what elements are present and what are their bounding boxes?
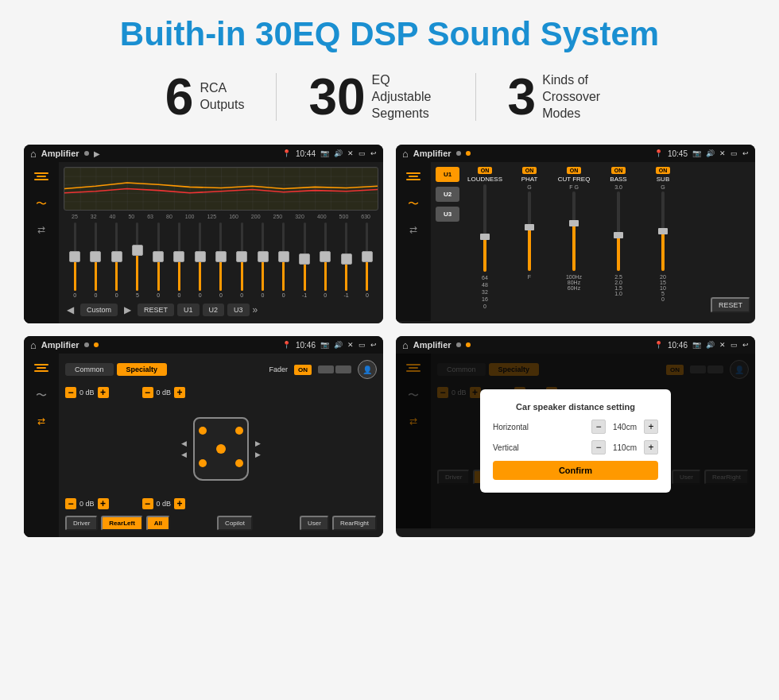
eq-u3-button[interactable]: U3 xyxy=(227,304,250,316)
sub-slider[interactable] xyxy=(661,191,665,271)
page-title: Buith-in 30EQ DSP Sound System xyxy=(24,16,755,52)
sidebar-eq-icon[interactable] xyxy=(30,168,52,184)
window-icon[interactable]: ▭ xyxy=(358,149,366,157)
play-icon[interactable]: ▶ xyxy=(94,149,100,158)
fader-sidebar-arrows-icon[interactable]: ⇄ xyxy=(37,416,45,427)
vol-fl-minus[interactable]: − xyxy=(65,387,76,398)
dialog-overlay: Car speaker distance setting Horizontal … xyxy=(396,354,755,528)
volume-icon[interactable]: 🔊 xyxy=(334,149,343,157)
sidebar-wave-icon[interactable]: 〜 xyxy=(36,197,47,211)
vertical-minus-button[interactable]: − xyxy=(591,440,606,454)
fader-tab-specialty[interactable]: Specialty xyxy=(117,363,168,376)
eq-band-6[interactable]: 0 xyxy=(193,222,207,298)
vol-rr-minus[interactable]: − xyxy=(142,498,153,509)
cross-sidebar-arrows-icon[interactable]: ⇄ xyxy=(409,224,417,235)
eq-band-7[interactable]: 0 xyxy=(214,222,228,298)
loudness-slider[interactable] xyxy=(483,184,486,272)
dist-window-icon[interactable]: ▭ xyxy=(731,341,738,349)
sidebar-arrows-icon[interactable]: ⇄ xyxy=(37,224,45,235)
eq-band-12[interactable]: 0 xyxy=(318,222,332,298)
cross-preset-u3[interactable]: U3 xyxy=(436,207,459,222)
eq-band-2[interactable]: 0 xyxy=(110,222,124,298)
eq-band-13[interactable]: -1 xyxy=(339,222,354,298)
dist-topbar: ⌂ Amplifier 📍 10:46 📷 🔊 ✕ ▭ ↩ xyxy=(396,336,755,354)
fader-tab-common[interactable]: Common xyxy=(65,363,114,376)
horizontal-minus-button[interactable]: − xyxy=(591,420,606,434)
phat-on-badge[interactable]: ON xyxy=(522,167,537,174)
speaker-center xyxy=(216,444,226,454)
fader-sidebar-wave-icon[interactable]: 〜 xyxy=(36,389,47,403)
fader-rearright-button[interactable]: RearRight xyxy=(332,516,377,531)
eq-band-14[interactable]: 0 xyxy=(360,222,374,298)
vol-rr-plus[interactable]: + xyxy=(174,498,185,509)
eq-band-0[interactable]: 0 xyxy=(68,222,82,298)
fader-window-icon[interactable]: ▭ xyxy=(358,341,366,349)
vol-fl-plus[interactable]: + xyxy=(98,387,109,398)
fader-on-toggle[interactable]: ON xyxy=(294,365,312,375)
eq-band-5[interactable]: 0 xyxy=(172,222,186,298)
fader-copilot-button[interactable]: Copilot xyxy=(217,516,253,531)
vol-rl-minus[interactable]: − xyxy=(65,498,76,509)
eq-band-1[interactable]: 0 xyxy=(88,222,103,298)
eq-band-4[interactable]: 0 xyxy=(151,222,165,298)
confirm-button[interactable]: Confirm xyxy=(493,461,658,480)
eq-reset-button[interactable]: RESET xyxy=(138,304,174,316)
fader-back-icon[interactable]: ↩ xyxy=(370,341,377,349)
eq-band-10[interactable]: 0 xyxy=(277,222,291,298)
fader-all-button[interactable]: All xyxy=(146,516,170,531)
bass-slider[interactable] xyxy=(617,191,620,271)
cutfreq-on-badge[interactable]: ON xyxy=(567,167,582,174)
cross-reset-button[interactable]: RESET xyxy=(711,297,750,313)
profile-icon[interactable]: 👤 xyxy=(358,360,377,379)
fader-home-icon[interactable]: ⌂ xyxy=(30,339,37,351)
cross-sidebar-wave-icon[interactable]: 〜 xyxy=(408,197,419,211)
cross-channel-cutfreq: ON CUT FREQ F G 100Hz80Hz60Hz xyxy=(553,167,595,316)
eq-band-8[interactable]: 0 xyxy=(234,222,249,298)
eq-prev-button[interactable]: ◀ xyxy=(64,303,77,317)
eq-custom-button[interactable]: Custom xyxy=(80,304,118,316)
cross-back-icon[interactable]: ↩ xyxy=(742,149,749,157)
eq-play-button[interactable]: ▶ xyxy=(121,303,134,317)
cross-volume-icon[interactable]: 🔊 xyxy=(706,149,715,157)
dist-home-icon[interactable]: ⌂ xyxy=(402,339,409,351)
loudness-on-badge[interactable]: ON xyxy=(478,167,493,174)
vol-control-rr: − 0 dB + xyxy=(142,498,186,509)
fader-volume-icon[interactable]: 🔊 xyxy=(334,341,343,349)
back-icon-1[interactable]: ↩ xyxy=(370,149,377,157)
vertical-plus-button[interactable]: + xyxy=(644,440,658,454)
cross-home-icon[interactable]: ⌂ xyxy=(402,148,409,160)
dist-volume-icon[interactable]: 🔊 xyxy=(706,341,715,349)
cross-close-icon[interactable]: ✕ xyxy=(719,149,726,157)
eq-band-3[interactable]: 5 xyxy=(130,222,145,298)
vol-fr-plus[interactable]: + xyxy=(174,387,185,398)
close-icon-1[interactable]: ✕ xyxy=(347,149,354,157)
fader-driver-button[interactable]: Driver xyxy=(65,516,98,531)
dist-close-icon[interactable]: ✕ xyxy=(719,341,726,349)
home-icon[interactable]: ⌂ xyxy=(30,148,37,160)
cross-window-icon[interactable]: ▭ xyxy=(731,149,738,157)
dist-back-icon[interactable]: ↩ xyxy=(742,341,749,349)
fader-sidebar-eq-icon[interactable] xyxy=(30,360,52,376)
cross-channel-bass: ON BASS 3.0 2.52.01.51.0 xyxy=(598,167,639,316)
eq-band-11[interactable]: -1 xyxy=(297,222,312,298)
fader-rearleft-button[interactable]: RearLeft xyxy=(101,516,142,531)
cross-preset-u2[interactable]: U2 xyxy=(436,187,459,202)
fader-tabs: Common Specialty xyxy=(65,363,167,376)
horizontal-plus-button[interactable]: + xyxy=(644,420,658,434)
bass-on-badge[interactable]: ON xyxy=(611,167,626,174)
cutfreq-slider[interactable] xyxy=(572,191,576,271)
vol-fr-minus[interactable]: − xyxy=(142,387,153,398)
speaker-fl xyxy=(199,427,207,435)
cross-location-icon: 📍 xyxy=(654,149,663,157)
cross-preset-u1[interactable]: U1 xyxy=(436,167,459,182)
phat-slider[interactable] xyxy=(528,191,531,271)
sub-on-badge[interactable]: ON xyxy=(656,167,671,174)
eq-u1-button[interactable]: U1 xyxy=(177,304,200,316)
cross-sidebar-eq-icon[interactable] xyxy=(402,168,424,184)
fader-user-button[interactable]: User xyxy=(300,516,329,531)
vol-rl-plus[interactable]: + xyxy=(98,498,109,509)
chevron-right-icon[interactable]: » xyxy=(253,304,258,315)
eq-u2-button[interactable]: U2 xyxy=(203,304,225,316)
eq-band-9[interactable]: 0 xyxy=(256,222,270,298)
fader-close-icon[interactable]: ✕ xyxy=(347,341,354,349)
